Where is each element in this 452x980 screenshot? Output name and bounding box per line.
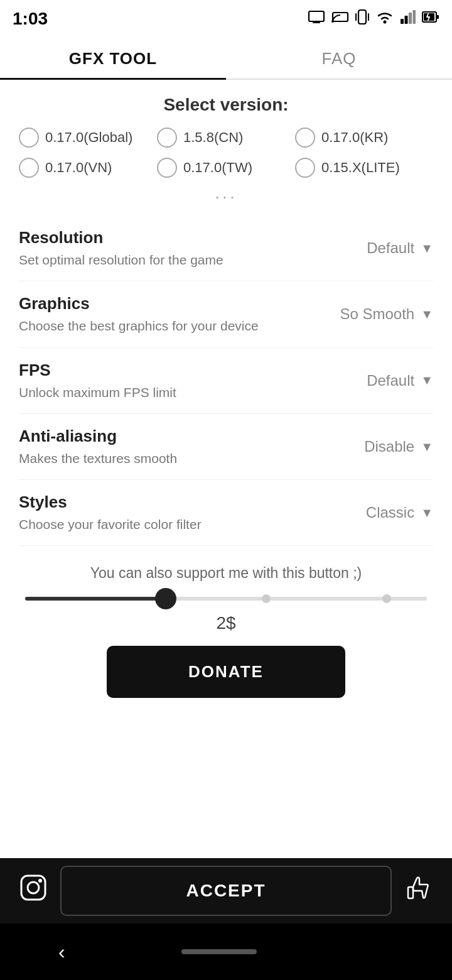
svg-point-20 [28, 882, 39, 893]
styles-value: Classic [366, 504, 414, 521]
tab-gfx-tool[interactable]: GFX TOOL [0, 35, 226, 79]
instagram-icon[interactable] [19, 873, 48, 908]
version-label-lite: 0.15.X(LITE) [321, 160, 400, 176]
styles-setting: Styles Choose your favorite color filter… [19, 480, 433, 546]
svg-point-21 [38, 879, 42, 883]
graphics-name: Graphics [19, 294, 320, 313]
donate-button[interactable]: DONATE [107, 646, 345, 698]
anti-aliasing-dropdown[interactable]: Disable ▼ [320, 438, 433, 455]
styles-dropdown[interactable]: Classic ▼ [320, 504, 433, 521]
nav-bar: ‹ [0, 923, 452, 980]
battery-icon [422, 10, 439, 28]
radio-cn[interactable] [157, 128, 177, 148]
anti-aliasing-arrow: ▼ [421, 440, 433, 454]
version-option-global[interactable]: 0.17.0(Global) [19, 128, 157, 148]
graphics-arrow: ▼ [421, 307, 433, 322]
anti-aliasing-value: Disable [364, 438, 414, 455]
fps-setting: FPS Unlock maximum FPS limit Default ▼ [19, 348, 433, 414]
resolution-setting: Resolution Set optimal resolution for th… [19, 215, 433, 281]
more-dots[interactable]: ... [19, 183, 433, 203]
graphics-desc: Choose the best graphics for your device [19, 317, 320, 334]
slider-fill [25, 597, 166, 601]
version-grid: 0.17.0(Global) 1.5.8(CN) 0.17.0(KR) 0.17… [19, 128, 433, 178]
graphics-dropdown[interactable]: So Smooth ▼ [320, 305, 433, 323]
anti-aliasing-desc: Makes the textures smooth [19, 450, 320, 467]
svg-rect-22 [408, 887, 413, 898]
svg-rect-15 [436, 15, 439, 19]
slider-thumb[interactable] [155, 588, 176, 609]
radio-lite[interactable] [295, 158, 315, 178]
fps-value: Default [367, 372, 414, 389]
slider-tick-mid [262, 594, 271, 603]
svg-rect-12 [413, 10, 416, 24]
status-icons [308, 9, 439, 29]
fps-desc: Unlock maximum FPS limit [19, 384, 320, 401]
svg-rect-5 [358, 10, 366, 24]
thumbs-up-icon[interactable] [404, 873, 433, 908]
tv-icon [308, 10, 325, 28]
graphics-setting: Graphics Choose the best graphics for yo… [19, 281, 433, 347]
signal-icon [401, 10, 416, 28]
wifi-icon [375, 10, 394, 28]
cast-icon [331, 10, 349, 28]
support-section: You can also support me with this button… [19, 546, 433, 717]
styles-desc: Choose your favorite color filter [19, 516, 320, 533]
version-option-lite[interactable]: 0.15.X(LITE) [295, 158, 433, 178]
slider-tick-end [382, 594, 391, 603]
svg-rect-9 [401, 19, 404, 24]
version-label-vn: 0.17.0(VN) [45, 160, 112, 176]
resolution-arrow: ▼ [421, 241, 433, 256]
version-label-cn: 1.5.8(CN) [183, 129, 243, 146]
version-option-kr[interactable]: 0.17.0(KR) [295, 128, 433, 148]
version-label-tw: 0.17.0(TW) [183, 160, 252, 176]
donation-slider-container [25, 597, 427, 601]
resolution-desc: Set optimal resolution for the game [19, 251, 320, 268]
bottom-bar: ACCEPT [0, 858, 452, 923]
svg-rect-0 [309, 11, 324, 21]
svg-point-8 [384, 21, 387, 24]
svg-point-4 [331, 20, 334, 23]
status-bar: 1:03 [0, 0, 452, 35]
fps-name: FPS [19, 361, 320, 380]
tab-bar: GFX TOOL FAQ [0, 35, 452, 80]
support-text: You can also support me with this button… [19, 565, 433, 582]
radio-global[interactable] [19, 128, 39, 148]
svg-rect-19 [21, 876, 45, 900]
anti-aliasing-setting: Anti-aliasing Makes the textures smooth … [19, 414, 433, 480]
vibrate-icon [355, 9, 369, 29]
svg-rect-10 [405, 16, 408, 24]
radio-kr[interactable] [295, 128, 315, 148]
tab-faq[interactable]: FAQ [226, 35, 452, 79]
svg-rect-11 [409, 13, 412, 24]
version-option-cn[interactable]: 1.5.8(CN) [157, 128, 295, 148]
version-option-vn[interactable]: 0.17.0(VN) [19, 158, 157, 178]
resolution-value: Default [367, 239, 414, 257]
back-button[interactable]: ‹ [58, 940, 65, 964]
version-label-global: 0.17.0(Global) [45, 129, 132, 146]
settings-section: Resolution Set optimal resolution for th… [19, 215, 433, 546]
fps-dropdown[interactable]: Default ▼ [320, 372, 433, 389]
donation-amount: 2$ [19, 613, 433, 633]
version-option-tw[interactable]: 0.17.0(TW) [157, 158, 295, 178]
version-section-title: Select version: [19, 95, 433, 115]
resolution-name: Resolution [19, 228, 320, 248]
anti-aliasing-name: Anti-aliasing [19, 427, 320, 446]
graphics-value: So Smooth [340, 305, 414, 323]
resolution-dropdown[interactable]: Default ▼ [320, 239, 433, 257]
version-label-kr: 0.17.0(KR) [321, 129, 388, 146]
version-section: Select version: 0.17.0(Global) 1.5.8(CN)… [19, 95, 433, 203]
styles-arrow: ▼ [421, 506, 433, 520]
accept-button[interactable]: ACCEPT [60, 866, 392, 916]
fps-arrow: ▼ [421, 373, 433, 388]
home-pill[interactable] [181, 949, 257, 954]
main-content: Select version: 0.17.0(Global) 1.5.8(CN)… [0, 80, 452, 858]
styles-name: Styles [19, 493, 320, 512]
radio-vn[interactable] [19, 158, 39, 178]
slider-track [25, 597, 427, 601]
radio-tw[interactable] [157, 158, 177, 178]
status-time: 1:03 [13, 9, 48, 29]
